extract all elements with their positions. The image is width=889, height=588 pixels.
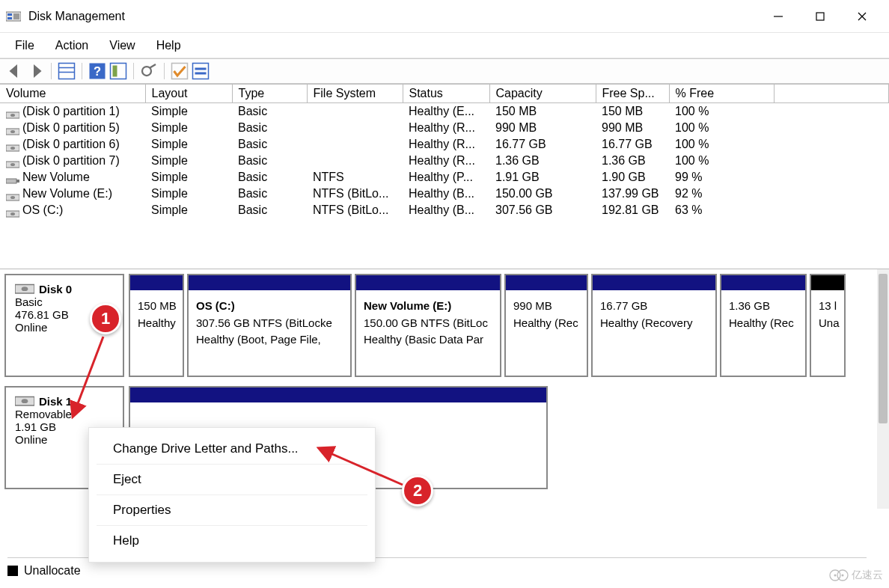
column-header[interactable]: Layout	[145, 85, 232, 103]
volume-list[interactable]: VolumeLayoutTypeFile SystemStatusCapacit…	[0, 84, 889, 269]
svg-point-43	[834, 575, 837, 577]
legend-label: Unallocate	[24, 564, 81, 578]
column-header[interactable]: File System	[307, 85, 403, 103]
svg-rect-29	[6, 179, 16, 183]
partition[interactable]: 990 MBHealthy (Rec	[504, 274, 588, 377]
back-icon[interactable]	[6, 62, 24, 80]
svg-rect-2	[7, 17, 12, 19]
svg-point-32	[10, 196, 15, 199]
svg-rect-8	[59, 64, 75, 79]
volume-row[interactable]: (Disk 0 partition 1)SimpleBasicHealthy (…	[0, 103, 889, 120]
view-detail-icon[interactable]	[109, 62, 127, 80]
svg-rect-30	[16, 180, 19, 183]
settings-icon[interactable]	[192, 62, 210, 80]
volume-row[interactable]: OS (C:)SimpleBasicNTFS (BitLo...Healthy …	[0, 202, 889, 218]
legend-swatch-icon	[7, 566, 18, 576]
volume-row[interactable]: (Disk 0 partition 7)SimpleBasicHealthy (…	[0, 153, 889, 169]
context-menu-item[interactable]: Properties	[97, 495, 367, 526]
column-header[interactable]: % Free	[669, 85, 774, 103]
column-header[interactable]: Type	[232, 85, 307, 103]
svg-rect-20	[195, 73, 207, 75]
volume-icon	[6, 141, 19, 149]
volume-icon	[6, 174, 19, 182]
svg-point-44	[842, 575, 844, 577]
partition[interactable]: OS (C:)307.56 GB NTFS (BitLockeHealthy (…	[187, 274, 352, 377]
column-header-spacer	[774, 85, 889, 103]
partition[interactable]: 13 lUna	[810, 274, 846, 377]
menu-help[interactable]: Help	[147, 36, 190, 55]
minimize-button[interactable]	[757, 1, 799, 31]
commit-icon[interactable]	[171, 62, 189, 80]
svg-rect-18	[193, 64, 209, 79]
column-header[interactable]: Capacity	[489, 85, 596, 103]
column-header[interactable]: Volume	[0, 85, 145, 103]
svg-point-34	[10, 212, 15, 215]
maximize-button[interactable]	[799, 1, 841, 31]
volume-icon	[6, 158, 19, 165]
svg-point-38	[22, 399, 28, 403]
volume-icon	[6, 207, 19, 215]
volume-icon	[6, 191, 19, 198]
disk-management-icon	[6, 10, 21, 22]
disk-icon	[15, 396, 34, 406]
context-menu-item[interactable]: Change Drive Letter and Paths...	[97, 434, 367, 465]
svg-point-36	[22, 287, 28, 291]
svg-point-22	[10, 114, 15, 117]
titlebar: Disk Management	[0, 0, 889, 33]
partition[interactable]: 1.36 GBHealthy (Rec	[720, 274, 807, 377]
disk-row: Disk 0Basic476.81 GBOnline150 MBHealthyO…	[0, 269, 874, 382]
help-icon[interactable]: ?	[88, 62, 106, 80]
svg-point-28	[10, 163, 15, 166]
window-controls	[757, 1, 883, 31]
view-list-icon[interactable]	[58, 62, 76, 80]
annotation-badge: 2	[402, 475, 433, 506]
column-header[interactable]: Free Sp...	[596, 85, 669, 103]
context-menu-item[interactable]: Help	[97, 526, 367, 556]
svg-point-26	[10, 147, 15, 150]
svg-rect-1	[7, 13, 12, 16]
svg-rect-3	[13, 13, 19, 19]
volume-table: VolumeLayoutTypeFile SystemStatusCapacit…	[0, 84, 889, 218]
volume-icon	[6, 125, 19, 132]
toolbar: ?	[0, 58, 889, 84]
volume-row[interactable]: (Disk 0 partition 5)SimpleBasicHealthy (…	[0, 120, 889, 136]
svg-rect-19	[195, 68, 207, 70]
disk-icon	[15, 284, 34, 294]
menu-file[interactable]: File	[6, 36, 43, 55]
volume-header-row: VolumeLayoutTypeFile SystemStatusCapacit…	[0, 85, 889, 103]
context-menu-item[interactable]: Eject	[97, 465, 367, 495]
volume-row[interactable]: (Disk 0 partition 6)SimpleBasicHealthy (…	[0, 136, 889, 153]
close-button[interactable]	[841, 1, 883, 31]
svg-point-24	[10, 130, 15, 133]
volume-icon	[6, 108, 19, 116]
column-header[interactable]: Status	[403, 85, 489, 103]
partition[interactable]: 150 MBHealthy	[129, 274, 184, 377]
refresh-icon[interactable]	[140, 62, 158, 80]
menu-action[interactable]: Action	[46, 36, 97, 55]
partition[interactable]: 16.77 GBHealthy (Recovery	[591, 274, 717, 377]
menu-view[interactable]: View	[100, 36, 144, 55]
svg-point-15	[142, 67, 151, 76]
vertical-scrollbar[interactable]	[877, 269, 889, 509]
annotation-badge: 1	[90, 303, 121, 334]
partition[interactable]: New Volume (E:)150.00 GB NTFS (BitLocHea…	[355, 274, 501, 377]
svg-rect-5	[816, 13, 824, 20]
svg-text:?: ?	[94, 64, 101, 78]
volume-row[interactable]: New Volume (E:)SimpleBasicNTFS (BitLo...…	[0, 186, 889, 202]
watermark: 亿速云	[829, 569, 883, 582]
context-menu: Change Drive Letter and Paths...EjectPro…	[88, 427, 376, 563]
menubar: File Action View Help	[0, 33, 889, 58]
forward-icon[interactable]	[27, 62, 45, 80]
window-title: Disk Management	[28, 10, 757, 23]
svg-line-16	[150, 64, 156, 68]
svg-rect-14	[113, 66, 117, 77]
volume-row[interactable]: New VolumeSimpleBasicNTFSHealthy (P...1.…	[0, 169, 889, 186]
